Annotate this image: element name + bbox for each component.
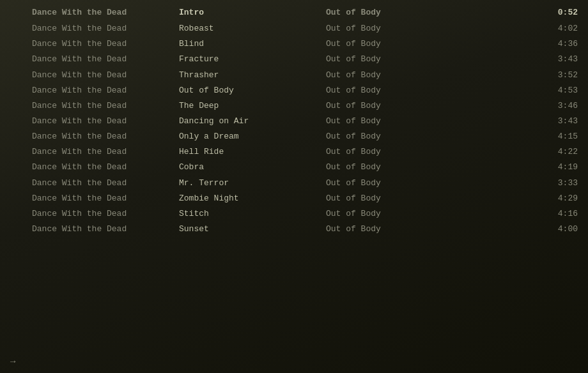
track-duration: 4:15 bbox=[473, 130, 578, 143]
track-row[interactable]: Dance With the DeadSunsetOut of Body4:00 bbox=[0, 222, 588, 237]
track-title: Mr. Terror bbox=[179, 177, 326, 190]
track-title: Stitch bbox=[179, 208, 326, 220]
track-artist: Dance With the Dead bbox=[32, 69, 179, 82]
track-title: The Deep bbox=[179, 100, 326, 112]
track-row[interactable]: Dance With the DeadRobeastOut of Body4:0… bbox=[0, 21, 588, 36]
track-artist: Dance With the Dead bbox=[32, 100, 179, 112]
track-title: Thrasher bbox=[179, 69, 326, 82]
track-row[interactable]: Dance With the DeadCobraOut of Body4:19 bbox=[0, 160, 588, 175]
track-duration: 4:22 bbox=[473, 146, 578, 158]
track-duration: 4:19 bbox=[473, 161, 578, 174]
track-album: Out of Body bbox=[326, 161, 473, 174]
track-title: Cobra bbox=[179, 161, 326, 174]
track-album: Out of Body bbox=[326, 69, 473, 82]
track-title: Blind bbox=[179, 38, 326, 50]
track-artist: Dance With the Dead bbox=[32, 223, 179, 236]
track-row[interactable]: Dance With the DeadStitchOut of Body4:16 bbox=[0, 206, 588, 222]
track-duration: 4:02 bbox=[473, 22, 578, 35]
track-album: Out of Body bbox=[326, 177, 473, 190]
header-album: Out of Body bbox=[326, 6, 473, 19]
track-artist: Dance With the Dead bbox=[32, 146, 179, 158]
track-duration: 3:43 bbox=[473, 53, 578, 66]
track-album: Out of Body bbox=[326, 38, 473, 50]
track-row[interactable]: Dance With the DeadFractureOut of Body3:… bbox=[0, 52, 588, 67]
track-artist: Dance With the Dead bbox=[32, 161, 179, 174]
track-album: Out of Body bbox=[326, 22, 473, 35]
track-title: Only a Dream bbox=[179, 130, 326, 143]
track-duration: 4:53 bbox=[473, 84, 578, 97]
track-duration: 4:00 bbox=[473, 223, 578, 236]
track-row[interactable]: Dance With the DeadHell RideOut of Body4… bbox=[0, 144, 588, 160]
track-row[interactable]: Dance With the DeadThrasherOut of Body3:… bbox=[0, 68, 588, 83]
track-duration: 4:16 bbox=[473, 208, 578, 220]
track-album: Out of Body bbox=[326, 84, 473, 97]
track-artist: Dance With the Dead bbox=[32, 22, 179, 35]
track-duration: 3:52 bbox=[473, 69, 578, 82]
header-artist: Dance With the Dead bbox=[32, 6, 179, 19]
track-artist: Dance With the Dead bbox=[32, 177, 179, 190]
track-row[interactable]: Dance With the DeadZombie NightOut of Bo… bbox=[0, 191, 588, 206]
track-artist: Dance With the Dead bbox=[32, 192, 179, 205]
track-duration: 3:46 bbox=[473, 100, 578, 112]
track-row[interactable]: Dance With the DeadThe DeepOut of Body3:… bbox=[0, 98, 588, 114]
track-album: Out of Body bbox=[326, 53, 473, 66]
track-row[interactable]: Dance With the DeadBlindOut of Body4:36 bbox=[0, 36, 588, 52]
track-duration: 4:29 bbox=[473, 192, 578, 205]
track-album: Out of Body bbox=[326, 100, 473, 112]
track-artist: Dance With the Dead bbox=[32, 84, 179, 97]
track-artist: Dance With the Dead bbox=[32, 208, 179, 220]
track-album: Out of Body bbox=[326, 192, 473, 205]
track-title: Out of Body bbox=[179, 84, 326, 97]
track-artist: Dance With the Dead bbox=[32, 38, 179, 50]
track-row[interactable]: Dance With the DeadDancing on AirOut of … bbox=[0, 114, 588, 129]
track-row[interactable]: Dance With the DeadMr. TerrorOut of Body… bbox=[0, 176, 588, 191]
bottom-arrow-icon: → bbox=[10, 356, 15, 367]
track-artist: Dance With the Dead bbox=[32, 53, 179, 66]
track-list-header: Dance With the Dead Intro Out of Body 0:… bbox=[0, 5, 588, 21]
track-album: Out of Body bbox=[326, 146, 473, 158]
track-duration: 4:36 bbox=[473, 38, 578, 50]
track-title: Hell Ride bbox=[179, 146, 326, 158]
track-album: Out of Body bbox=[326, 130, 473, 143]
track-title: Fracture bbox=[179, 53, 326, 66]
track-artist: Dance With the Dead bbox=[32, 130, 179, 143]
track-row[interactable]: Dance With the DeadOut of BodyOut of Bod… bbox=[0, 83, 588, 98]
track-duration: 3:43 bbox=[473, 115, 578, 128]
track-list: Dance With the Dead Intro Out of Body 0:… bbox=[0, 0, 588, 242]
track-title: Robeast bbox=[179, 22, 326, 35]
track-title: Dancing on Air bbox=[179, 115, 326, 128]
track-album: Out of Body bbox=[326, 115, 473, 128]
track-duration: 3:33 bbox=[473, 177, 578, 190]
header-duration: 0:52 bbox=[473, 6, 578, 19]
track-album: Out of Body bbox=[326, 223, 473, 236]
track-album: Out of Body bbox=[326, 208, 473, 220]
track-title: Sunset bbox=[179, 223, 326, 236]
track-row[interactable]: Dance With the DeadOnly a DreamOut of Bo… bbox=[0, 129, 588, 144]
track-title: Zombie Night bbox=[179, 192, 326, 205]
track-artist: Dance With the Dead bbox=[32, 115, 179, 128]
header-title: Intro bbox=[179, 6, 326, 19]
